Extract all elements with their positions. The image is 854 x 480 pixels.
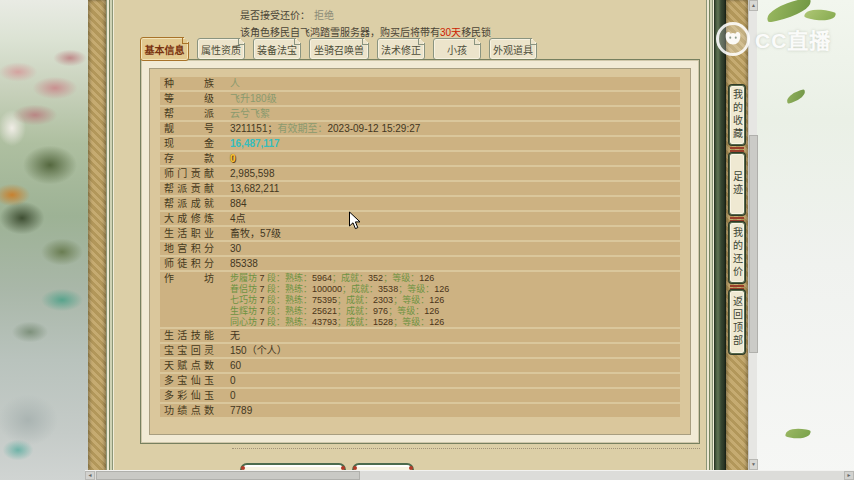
tab-0[interactable]: 基本信息 <box>140 37 189 61</box>
scroll-up-arrow[interactable]: ▲ <box>749 0 758 11</box>
info-row: 多彩仙玉0 <box>160 389 680 402</box>
background-scenery-art <box>0 0 88 480</box>
row-label: 现 金 <box>164 137 214 150</box>
info-row: 存 款0 <box>160 152 680 165</box>
side-button-3[interactable]: 返回顶部 <box>729 290 745 354</box>
leaf-decoration <box>804 6 836 25</box>
button-tie-decoration <box>730 217 744 219</box>
info-row: 生活技能无 <box>160 329 680 342</box>
workshop-line: 眷侣坊 7 段：熟练：100000；成就：3538；等级：126 <box>230 284 449 295</box>
row-value: 16,487,117 <box>230 137 280 150</box>
info-rows: 种 族人等 级飞升180级帮 派云兮飞絮靓 号3211151；有效期至：2023… <box>149 68 691 435</box>
row-value: 150（个人） <box>230 344 287 357</box>
side-button-1[interactable]: 足迹 <box>729 153 745 215</box>
row-value: 2,985,598 <box>230 167 275 180</box>
workshop-line: 七巧坊 7 段：熟练：75395；成就：2303；等级：126 <box>230 295 449 306</box>
scroll-right-arrow[interactable]: ► <box>844 471 854 480</box>
row-value: 13,682,211 <box>230 182 279 195</box>
row-value: 畜牧，57级 <box>230 227 281 240</box>
info-row: 帮 派云兮飞絮 <box>160 107 680 120</box>
row-label: 作 坊 <box>164 272 214 285</box>
row-value: 0 <box>230 374 236 387</box>
row-label: 地宫积分 <box>164 242 214 255</box>
row-value: 飞升180级 <box>230 92 277 105</box>
vertical-scrollbar-thumb[interactable] <box>749 135 758 353</box>
page-right-background <box>757 0 854 480</box>
row-value: 3211151；有效期至：2023-09-12 15:29:27 <box>230 122 420 135</box>
row-value: 7789 <box>230 404 252 417</box>
workshop-line: 同心坊 7 段：熟练：43793；成就：1528；等级：126 <box>230 317 449 328</box>
page: 是否接受还价：拒绝 该角色移民自飞鸿踏雪服务器，购买后将带有30天移民锁 基本信… <box>0 0 854 480</box>
row-value: 85338 <box>230 257 258 270</box>
info-row: 师徒积分85338 <box>160 257 680 270</box>
side-button-label: 足迹 <box>730 171 745 197</box>
left-frame-border <box>106 0 114 480</box>
row-value: 无 <box>230 329 240 342</box>
workshop-lines: 步履坊 7 段：熟练：5964；成就：352；等级：126眷侣坊 7 段：熟练：… <box>230 272 449 328</box>
tab-2[interactable]: 装备法宝 <box>253 38 301 60</box>
info-row: 等 级飞升180级 <box>160 92 680 105</box>
horizontal-scrollbar-thumb[interactable] <box>96 471 360 480</box>
tab-5[interactable]: 小孩 <box>433 38 481 60</box>
row-label: 帮派贡献 <box>164 182 214 195</box>
info-row: 大成修炼4点 <box>160 212 680 225</box>
info-row: 天赋点数60 <box>160 359 680 372</box>
tab-3[interactable]: 坐骑召唤兽 <box>309 38 369 60</box>
row-value: 0 <box>230 389 236 402</box>
row-value: 30 <box>230 242 241 255</box>
row-label: 师门贡献 <box>164 167 214 180</box>
button-tie-decoration <box>730 150 744 152</box>
horizontal-scrollbar[interactable]: ◄ ► <box>85 470 854 480</box>
tab-4[interactable]: 法术修正 <box>377 38 425 60</box>
negotiate-value: 拒绝 <box>314 10 334 21</box>
info-row: 帮派贡献13,682,211 <box>160 182 680 195</box>
row-label: 天赋点数 <box>164 359 214 372</box>
tab-1[interactable]: 属性资质 <box>197 38 245 60</box>
side-button-0[interactable]: 我的收藏 <box>729 85 745 145</box>
row-value: 人 <box>230 77 240 90</box>
tab-6[interactable]: 外观道具 <box>489 38 537 60</box>
negotiate-notice: 是否接受还价：拒绝 <box>240 7 334 22</box>
info-row: 帮派成就884 <box>160 197 680 210</box>
row-label: 靓 号 <box>164 122 214 135</box>
info-row: 靓 号3211151；有效期至：2023-09-12 15:29:27 <box>160 122 680 135</box>
row-value: 884 <box>230 197 247 210</box>
row-label: 等 级 <box>164 92 214 105</box>
info-row: 师门贡献2,985,598 <box>160 167 680 180</box>
migration-notice: 该角色移民自飞鸿踏雪服务器，购买后将带有30天移民锁 <box>240 24 491 39</box>
right-frame-border <box>706 0 714 480</box>
divider-dotted-line <box>232 448 700 449</box>
info-row: 功绩点数7789 <box>160 404 680 417</box>
info-row: 地宫积分30 <box>160 242 680 255</box>
row-label: 功绩点数 <box>164 404 214 417</box>
row-value: 0 <box>230 152 236 165</box>
right-green-strip <box>714 0 726 480</box>
scroll-down-arrow[interactable]: ▼ <box>749 459 758 470</box>
info-row: 多宝仙玉0 <box>160 374 680 387</box>
row-value: 云兮飞絮 <box>230 107 270 120</box>
info-row: 种 族人 <box>160 77 680 90</box>
left-frame-strip <box>88 0 106 480</box>
row-label: 帮 派 <box>164 107 214 120</box>
side-button-label: 我的收藏 <box>730 89 745 141</box>
button-tie-decoration <box>730 147 744 149</box>
info-row: 宝宝回灵150（个人） <box>160 344 680 357</box>
row-label: 存 款 <box>164 152 214 165</box>
side-button-label: 我的还价 <box>730 227 745 279</box>
row-label: 多彩仙玉 <box>164 389 214 402</box>
negotiate-label: 是否接受还价： <box>240 10 310 21</box>
row-value: 4点 <box>230 212 246 225</box>
workshop-line: 生辉坊 7 段：熟练：25621；成就：976；等级：126 <box>230 306 449 317</box>
row-label: 师徒积分 <box>164 257 214 270</box>
side-button-2[interactable]: 我的还价 <box>729 222 745 283</box>
row-label: 生活技能 <box>164 329 214 342</box>
vertical-scrollbar[interactable]: ▲ ▼ <box>748 0 757 470</box>
migration-lock-days: 30天 <box>440 27 461 38</box>
button-tie-decoration <box>730 285 744 287</box>
info-tabs: 基本信息属性资质装备法宝坐骑召唤兽法术修正小孩外观道具 <box>140 38 545 61</box>
row-label: 生活职业 <box>164 227 214 240</box>
row-label: 种 族 <box>164 77 214 90</box>
basic-info-panel: 种 族人等 级飞升180级帮 派云兮飞絮靓 号3211151；有效期至：2023… <box>140 59 700 444</box>
leaf-decoration <box>785 426 811 442</box>
scroll-left-arrow[interactable]: ◄ <box>85 471 95 480</box>
